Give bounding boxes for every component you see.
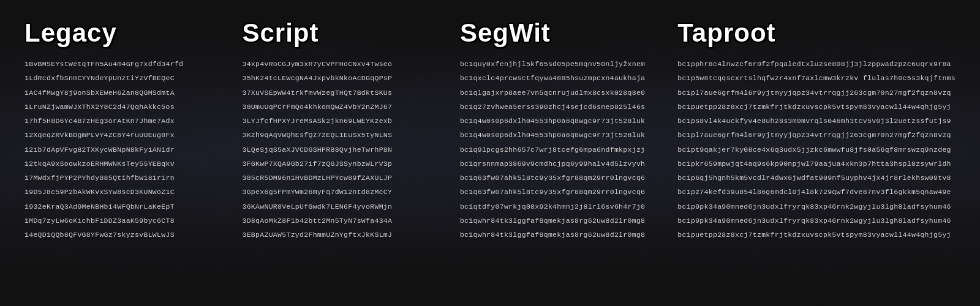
address-item[interactable]: bc1q27zvhwea5erss390zhcj4sejcd6snep825l4… [460, 102, 665, 112]
address-item[interactable]: 19D5J8c59P2bAkWKvxSYw8scD3KUNWoZ1C [24, 187, 230, 197]
address-item[interactable]: 3FGKwP7XQA9Gb27if7zQGJSSynbzWLrV3p [242, 159, 447, 169]
address-item[interactable]: 1LdRcdxfbSnmCYYNdeYpUnztiYzVfBEQeC [24, 73, 230, 83]
address-item[interactable]: bc1qrsnnmap3869v9cmdhcjpq6y99halv4d5lzvy… [460, 159, 665, 169]
address-item[interactable]: bc1p6qj5hgnh5km5vcdlr4dwx6jwdfat909nf5uy… [677, 173, 956, 183]
column-script: Script34xp4vRoCGJym3xR7yCVPFHoCNxv4Twseo… [242, 18, 447, 240]
address-item[interactable]: bc1pt9qakjer7ky08ce4x6q3udx5jjzkc6mwwfu8… [677, 144, 956, 155]
address-item[interactable]: bc1q63fw07ahk5l8tc9y35xfgr88qm29rr0lngvc… [460, 187, 665, 197]
script-title: Script [242, 18, 447, 48]
address-item[interactable]: bc1q63fw07ahk5l8tc9y35xfgr88qm29rr0lngvc… [460, 173, 665, 183]
address-item[interactable]: bc1p9pk34a90mned6jn3udxlfryrqk83xp46rnk2… [677, 201, 956, 212]
address-item[interactable]: 1LruNZjwamWJXThX2Y8C2d47QqhAkkc5os [24, 102, 230, 112]
address-item[interactable]: bc1quy0xfenjhjl5kf65sd05pe5mqnv50nljyžxn… [460, 59, 665, 69]
address-item[interactable]: 36KAwNUR8VeLpUfGwdk7LEN6F4yvoRWMjn [242, 201, 447, 212]
address-item[interactable]: 1MDq7zyLw6oKichbFiDDZ3aaK59byc6CT8 [24, 215, 230, 226]
address-item[interactable]: bc1q4w0s0p6dxlh04553hp0a6q8wgc9r73jt528l… [460, 116, 665, 126]
address-item[interactable]: 14eQD1QQb8QFVG8YFwGz7skyzsvBLWLwJS [24, 230, 230, 240]
address-item[interactable]: 3D8qAoMkZ8F1b42btt2Mn5TyN7sWfa434A [242, 215, 447, 226]
address-item[interactable]: 385cR5DM96n1HvBDMzLHPYcw89fZAXULJP [242, 173, 447, 183]
column-taproot: Taprootbc1pphr8c4lnwzcf6r0f2fpqaledtxlu2… [677, 18, 956, 240]
main-columns: Legacy1BvBMSEYstWetqTFn5Au4m4GFg7xdfd34r… [24, 18, 956, 240]
address-item[interactable]: 35hK24tcLEWcgNA4JxpvbkNkoAcDGqQPsP [242, 73, 447, 83]
address-item[interactable]: 3Gpex6g5FPmYWm26myFq7dW12ntd8zMcCY [242, 187, 447, 197]
address-item[interactable]: 34xp4vRoCGJym3xR7yCVPFHoCNxv4Twseo [242, 59, 447, 69]
column-legacy: Legacy1BvBMSEYstWetqTFn5Au4m4GFg7xdfd34r… [24, 18, 230, 240]
address-item[interactable]: 37XuVSEpWW4trkfmvWzegTHQt7BdktSKUs [242, 88, 447, 98]
address-item[interactable]: 3LYJfcfHPXYJreMsASk2jkn69LWEYKzexb [242, 116, 447, 126]
address-item[interactable]: bc1q4w0s0p6dxlh04553hp0a6q8wgc9r73jt528l… [460, 130, 665, 140]
address-item[interactable]: bc1puetpp28z8xcj7tzmkfrjtkdzxuvscpk5vtsp… [677, 230, 956, 240]
address-item[interactable]: bc1qtdfy07wrkjq08x92k4hmnj2j8lrl6sv6h4r7… [460, 201, 665, 212]
segwit-address-list: bc1quy0xfenjhjl5kf65sd05pe5mqnv50nljyžxn… [460, 59, 665, 240]
address-item[interactable]: bc1qxclc4prcwsctfqywa4885hsuzmpcxn4aukha… [460, 73, 665, 83]
address-item[interactable]: bc1p9pk34a90mned6jn3udxlfryrqk83xp46rnk2… [677, 215, 956, 226]
address-item[interactable]: 1BvBMSEYstWetqTFn5Au4m4GFg7xdfd34rfd [24, 59, 230, 69]
address-item[interactable]: bc1pkr659mpwjqt4aq9s6kp90npjwl79aajua4xk… [677, 159, 956, 169]
address-item[interactable]: bc1pz74kefd39u854l86g6mdcl0j4l8k729qwf7d… [677, 187, 956, 197]
address-item[interactable]: 3Kzh9qAqVWQhEsfQz7zEQL1EuSx5tyNLNS [242, 130, 447, 140]
address-item[interactable]: 12tkqA9xSoowkzoERHMWNKsTey55YEBqkv [24, 159, 230, 169]
address-item[interactable]: bc1qlgajxrp8aee7vn5qcnrujudlmx8csxk028q8… [460, 88, 665, 98]
address-item[interactable]: 12ib7dApVFvg82TXKycWBNpN8kFyiAN1dr [24, 144, 230, 155]
address-item[interactable]: 3LQeSjqS5aXJVCDGSHPR88QvjheTwrhP8N [242, 144, 447, 155]
address-item[interactable]: 17MWdxfjPYP2PYhdy885QtihfbW181r1rn [24, 173, 230, 183]
address-item[interactable]: bc1pl7aue6grfm4l6r9yjtmyyjqpz34vtrrqgjj2… [677, 130, 956, 140]
taproot-address-list: bc1pphr8c4lnwzcf6r0f2fpqaledtxlu2se808jj… [677, 59, 956, 240]
column-segwit: SegWitbc1quy0xfenjhjl5kf65sd05pe5mqnv50n… [460, 18, 665, 240]
address-item[interactable]: 3EBpAZUAW5Tzyd2FhmmUZnYgftxJkKSLmJ [242, 230, 447, 240]
address-item[interactable]: bc1qwhr84tk3lggfaf8qmekjas8rg62uw8d2lr0m… [460, 230, 665, 240]
address-item[interactable]: bc1p5w8tcqqscxrtslhqfwzr4xnf7axlcmw3krzk… [677, 73, 956, 83]
address-item[interactable]: 1AC4fMwgY8j9onSbXEWeH6Zan8QGMSdmtA [24, 88, 230, 98]
legacy-address-list: 1BvBMSEYstWetqTFn5Au4m4GFg7xdfd34rfd1LdR… [24, 59, 230, 240]
address-item[interactable]: bc1qwhr84tk3lggfaf8qmekjas8rg62uw8d2lr0m… [460, 215, 665, 226]
address-item[interactable]: bc1puetpp28z8xcj7tzmkfrjtkdzxuvscpk5vtsp… [677, 102, 956, 112]
taproot-title: Taproot [677, 18, 956, 48]
script-address-list: 34xp4vRoCGJym3xR7yCVPFHoCNxv4Twseo35hK24… [242, 59, 447, 240]
address-item[interactable]: bc1pl7aue6grfm4l6r9yjtmyyjqpz34vtrrqgjj2… [677, 88, 956, 98]
segwit-title: SegWit [460, 18, 665, 48]
address-item[interactable]: 1932eKraQ3Ad9MeNBHb14WFQbNrLaKeEpT [24, 201, 230, 212]
address-item[interactable]: 12XqeqZRVkBDgmPLVY4ZC6Y4ruUUEug8Fx [24, 130, 230, 140]
address-item[interactable]: bc1q9lpcgs2hh657c7wrj8tcefg6mpa6ndfmkpxj… [460, 144, 665, 155]
address-item[interactable]: bc1pphr8c4lnwzcf6r0f2fpqaledtxlu2se808jj… [677, 59, 956, 69]
address-item[interactable]: 38UmuUqPCrFmQo4khkomQwZ4VbY2nZMJ67 [242, 102, 447, 112]
legacy-title: Legacy [24, 18, 230, 48]
address-item[interactable]: 17hf5H8D6Yc4B7zHEg3orAtKn7Jhme7Adx [24, 116, 230, 126]
address-item[interactable]: bc1ps8vl4k4uckfyv4e8uh28s3m0mvrqls046mh3… [677, 116, 956, 126]
